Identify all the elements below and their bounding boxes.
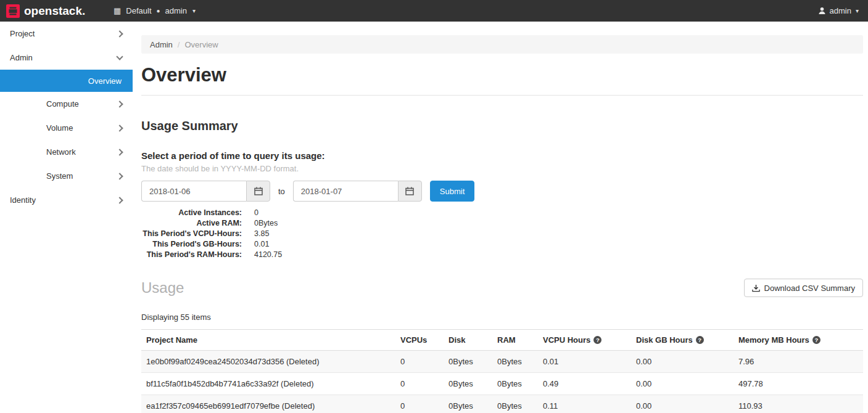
date-from-input[interactable] <box>141 181 246 202</box>
date-format-hint: The date should be in YYYY-MM-DD format. <box>141 164 863 173</box>
breadcrumb-admin-link[interactable]: Admin <box>150 40 173 49</box>
user-icon <box>818 7 826 15</box>
stat-value: 0 <box>254 208 258 218</box>
breadcrumb-current: Overview <box>184 40 218 49</box>
cell-disk: 0Bytes <box>444 395 492 413</box>
date-to-calendar-button[interactable] <box>398 181 422 202</box>
cell-project-name: bf11c5fa0f1b452db4b7741a6c33a92f (Delete… <box>141 373 395 395</box>
breadcrumb: Admin / Overview <box>141 35 863 54</box>
cell-vcpu-hours: 0.01 <box>538 351 631 373</box>
context-switcher[interactable]: ▦ Default ● admin ▾ <box>114 6 196 15</box>
cell-memory-mb-hours: 497.78 <box>734 373 863 395</box>
column-label: VCPU Hours <box>543 335 590 345</box>
column-header-project-name: Project Name <box>141 330 395 351</box>
stat-vcpu-hours: This Period's VCPU-Hours: 3.85 <box>141 229 863 239</box>
column-header-vcpu-hours: VCPU Hours <box>538 330 631 351</box>
cell-memory-mb-hours: 110.93 <box>734 395 863 413</box>
submit-button[interactable]: Submit <box>430 181 474 202</box>
domain-name: Default <box>126 6 151 15</box>
sidebar-item-project[interactable]: Project <box>0 22 133 46</box>
openstack-logo-icon <box>6 4 20 18</box>
usage-stats: Active Instances: 0 Active RAM: 0Bytes T… <box>141 208 863 260</box>
date-from-group <box>141 181 270 202</box>
column-label: RAM <box>497 335 516 345</box>
cell-disk: 0Bytes <box>444 373 492 395</box>
chevron-right-icon <box>116 197 123 203</box>
cell-memory-mb-hours: 7.96 <box>734 351 863 373</box>
main-content: Admin / Overview Overview Usage Summary … <box>133 22 868 413</box>
cell-vcpu-hours: 0.49 <box>538 373 631 395</box>
cell-ram: 0Bytes <box>492 395 538 413</box>
sidebar-item-volume[interactable]: Volume <box>0 116 133 140</box>
page-title: Overview <box>141 64 863 86</box>
chevron-right-icon <box>116 173 123 179</box>
chevron-right-icon <box>116 100 123 107</box>
sidebar-item-compute[interactable]: Compute <box>0 92 133 116</box>
stat-label: This Period's RAM-Hours: <box>141 250 242 260</box>
sidebar-item-network[interactable]: Network <box>0 140 133 164</box>
title-divider <box>141 95 863 96</box>
brand-name: openstack. <box>24 4 85 18</box>
top-navbar: openstack. ▦ Default ● admin ▾ admin ▾ <box>0 0 868 22</box>
sidebar-item-label: Network <box>46 147 76 157</box>
user-menu[interactable]: admin ▾ <box>818 6 859 15</box>
stat-label: Active RAM: <box>141 218 242 229</box>
sidebar-item-label: Admin <box>10 53 33 62</box>
chevron-right-icon <box>116 30 123 37</box>
openstack-brand[interactable]: openstack. <box>6 4 110 18</box>
page-layout: Project Admin Overview Compute Volume Ne… <box>0 22 868 413</box>
column-header-disk: Disk <box>444 330 492 351</box>
cell-vcpus: 0 <box>395 351 444 373</box>
date-to-input[interactable] <box>293 181 398 202</box>
usage-section-header: Usage Download CSV Summary <box>141 279 863 297</box>
table-row: ea1f2f357c09465eb6991edf7079efbe (Delete… <box>141 395 863 413</box>
sidebar-item-overview[interactable]: Overview <box>0 70 133 92</box>
date-range-to-label: to <box>278 187 285 196</box>
column-label: Project Name <box>146 335 197 345</box>
sidebar-item-admin[interactable]: Admin <box>0 46 133 70</box>
cell-project-name: ea1f2f357c09465eb6991edf7079efbe (Delete… <box>141 395 395 413</box>
help-icon[interactable] <box>593 336 601 344</box>
download-csv-label: Download CSV Summary <box>764 284 855 293</box>
stat-active-ram: Active RAM: 0Bytes <box>141 218 863 229</box>
table-row: 1e0b0f99af0249cea24502034d73d356 (Delete… <box>141 351 863 373</box>
project-dot-icon: ● <box>157 7 160 14</box>
stat-label: This Period's GB-Hours: <box>141 239 242 250</box>
sidebar-item-label: Compute <box>46 99 79 108</box>
stat-value: 4120.75 <box>254 250 282 260</box>
chevron-right-icon <box>116 125 123 131</box>
calendar-icon <box>405 187 414 195</box>
cell-project-name: 1e0b0f99af0249cea24502034d73d356 (Delete… <box>141 351 395 373</box>
date-query-prompt: Select a period of time to query its usa… <box>141 150 863 161</box>
sidebar-item-identity[interactable]: Identity <box>0 188 133 212</box>
breadcrumb-separator: / <box>178 40 180 49</box>
stat-label: Active Instances: <box>141 208 242 218</box>
column-header-memory-mb-hours: Memory MB Hours <box>734 330 863 351</box>
calendar-icon <box>254 187 263 195</box>
sidebar-item-system[interactable]: System <box>0 164 133 188</box>
cell-vcpu-hours: 0.11 <box>538 395 631 413</box>
sidebar-nav: Project Admin Overview Compute Volume Ne… <box>0 22 133 413</box>
sidebar-item-label: Volume <box>46 123 73 133</box>
cell-disk-gb-hours: 0.00 <box>631 373 734 395</box>
usage-table-section: Usage Download CSV Summary Displaying 55… <box>141 279 863 413</box>
usage-table: Project Name VCPUs Disk RAM VCPU Hours D… <box>141 329 863 413</box>
column-header-ram: RAM <box>492 330 538 351</box>
help-icon[interactable] <box>812 336 820 344</box>
cell-vcpus: 0 <box>395 373 444 395</box>
chevron-down-icon <box>116 53 123 60</box>
date-from-calendar-button[interactable] <box>246 181 270 202</box>
column-label: Disk GB Hours <box>636 335 693 345</box>
column-label: Disk <box>448 335 465 345</box>
chevron-right-icon <box>116 149 123 155</box>
items-count: Displaying 55 items <box>141 313 863 322</box>
sidebar-item-label: Project <box>10 29 35 38</box>
table-row: bf11c5fa0f1b452db4b7741a6c33a92f (Delete… <box>141 373 863 395</box>
download-csv-button[interactable]: Download CSV Summary <box>744 279 863 297</box>
stat-active-instances: Active Instances: 0 <box>141 208 863 218</box>
project-name: admin <box>165 6 187 15</box>
column-label: Memory MB Hours <box>738 335 809 345</box>
usage-summary-heading: Usage Summary <box>141 119 863 133</box>
cell-vcpus: 0 <box>395 395 444 413</box>
help-icon[interactable] <box>696 336 704 344</box>
